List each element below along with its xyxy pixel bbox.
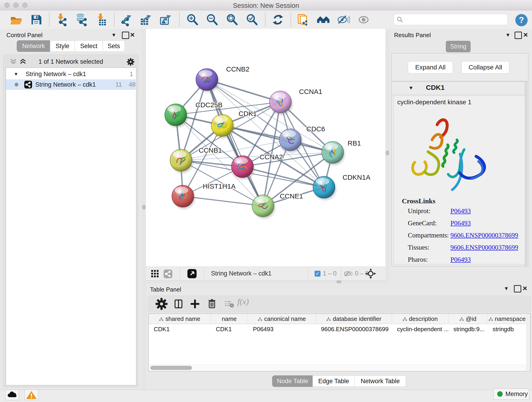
tab-sets[interactable]: Sets bbox=[103, 40, 125, 52]
table-vscrollbar[interactable] bbox=[526, 314, 530, 370]
table-cell[interactable]: P06493 bbox=[248, 324, 316, 334]
string-network-graph[interactable]: CCNB2 CCNA1 CDC25B CDK1 CDC6 bbox=[146, 29, 385, 267]
import-table-from-file-icon[interactable] bbox=[95, 13, 108, 26]
fit-content-icon[interactable] bbox=[225, 13, 239, 26]
node-CCNA1[interactable] bbox=[269, 91, 293, 115]
node-RB1[interactable] bbox=[322, 141, 345, 165]
table-cell[interactable]: stringdb bbox=[488, 324, 527, 334]
bottom-splitter-handle[interactable] bbox=[336, 280, 341, 283]
memory-status-dot-icon bbox=[497, 391, 503, 397]
crosslink-link[interactable]: 9606.ENSP00000378699 bbox=[450, 231, 518, 239]
control-panel-float-icon[interactable] bbox=[122, 32, 129, 39]
network-node-count: 11 bbox=[115, 79, 122, 90]
memory-button[interactable]: Memory bbox=[493, 389, 529, 400]
show-columns-icon[interactable] bbox=[172, 298, 185, 310]
help-button[interactable]: ? bbox=[515, 13, 528, 27]
cloud-button[interactable] bbox=[5, 390, 19, 400]
collapse-all-button[interactable]: Collapse All bbox=[462, 61, 509, 74]
birds-eye-grid-icon[interactable] bbox=[151, 270, 159, 278]
tab-style[interactable]: Style bbox=[50, 40, 75, 52]
column-header-database-identifier[interactable]: database identifier bbox=[316, 314, 392, 324]
gene-disclosure-icon[interactable]: ▼ bbox=[409, 85, 413, 91]
zoom-selected-icon[interactable] bbox=[245, 13, 259, 26]
crosslink-link[interactable]: P06493 bbox=[450, 219, 471, 227]
expand-all-button[interactable]: Expand All bbox=[408, 61, 453, 74]
add-column-icon[interactable] bbox=[189, 298, 201, 310]
import-network-from-database-icon[interactable] bbox=[75, 13, 88, 26]
column-header-canonical-name[interactable]: canonical name bbox=[248, 314, 316, 324]
crosslink-link[interactable]: 9606.ENSP00000378699 bbox=[450, 244, 518, 251]
table-hscroll-thumb[interactable] bbox=[150, 366, 192, 370]
table-cell[interactable]: cyclin-dependent ... bbox=[392, 324, 448, 334]
toolbar-separator bbox=[265, 13, 266, 26]
table-panel-collapse-icon[interactable]: ▼ bbox=[504, 286, 509, 292]
first-neighbors-icon[interactable] bbox=[317, 13, 330, 26]
results-panel-close-icon[interactable]: × bbox=[523, 32, 528, 38]
table-cell[interactable]: 9606.ENSP00000378699 bbox=[316, 324, 392, 334]
results-panel-float-icon[interactable] bbox=[515, 32, 522, 39]
left-splitter-handle[interactable] bbox=[142, 205, 146, 210]
column-header-shared-name[interactable]: shared name bbox=[149, 314, 211, 324]
tab-network[interactable]: Network bbox=[17, 40, 51, 52]
tab-node-table[interactable]: Node Table bbox=[272, 375, 313, 387]
left-splitter[interactable] bbox=[142, 29, 146, 390]
crosslink-link[interactable]: P06493 bbox=[450, 207, 471, 215]
right-splitter[interactable] bbox=[385, 29, 389, 283]
zoom-out-icon[interactable] bbox=[206, 13, 219, 26]
tab-select[interactable]: Select bbox=[75, 40, 103, 52]
settings-gear-icon[interactable] bbox=[155, 298, 168, 310]
table-hscrollbar[interactable] bbox=[149, 365, 526, 371]
node-label-RB1: RB1 bbox=[348, 139, 361, 147]
zoom-in-icon[interactable] bbox=[186, 13, 199, 26]
export-table-icon[interactable] bbox=[139, 13, 152, 26]
import-network-from-file-icon[interactable] bbox=[55, 13, 69, 26]
control-panel-close-icon[interactable]: × bbox=[130, 32, 135, 38]
duplicate-network-icon[interactable] bbox=[296, 13, 310, 26]
crosslink-link[interactable]: P06493 bbox=[450, 256, 471, 263]
node-CDKN1A[interactable] bbox=[313, 176, 336, 200]
crosslink-label: Uniprot: bbox=[408, 207, 430, 215]
open-session-icon[interactable] bbox=[9, 13, 23, 26]
delete-column-icon[interactable] bbox=[206, 298, 218, 310]
search-input[interactable] bbox=[405, 15, 502, 24]
results-panel: Results Panel ▼ × String Expand All Coll… bbox=[389, 29, 532, 283]
node-CCNA2[interactable] bbox=[231, 156, 254, 179]
network-options-gear-icon[interactable] bbox=[127, 58, 134, 66]
column-header-id[interactable]: @id bbox=[448, 314, 488, 324]
table-cell[interactable]: CDK1 bbox=[211, 324, 248, 334]
tab-string[interactable]: String bbox=[446, 41, 471, 52]
column-header-namespace[interactable]: namespace bbox=[488, 314, 527, 324]
tab-network-table[interactable]: Network Table bbox=[355, 375, 406, 387]
warning-button[interactable] bbox=[25, 390, 38, 400]
save-session-icon[interactable] bbox=[30, 13, 43, 26]
column-header-description[interactable]: description bbox=[392, 314, 448, 324]
refresh-view-icon[interactable] bbox=[271, 13, 285, 26]
selected-checkbox[interactable]: ✓ bbox=[315, 271, 321, 277]
network-canvas[interactable]: CCNB2 CCNA1 CDC25B CDK1 CDC6 bbox=[146, 29, 385, 267]
results-panel-collapse-icon[interactable]: ▼ bbox=[505, 32, 510, 38]
table-cell[interactable]: stringdb:9... bbox=[448, 324, 488, 334]
search-field[interactable] bbox=[394, 14, 508, 25]
node-HIST1H1A[interactable] bbox=[172, 185, 195, 209]
results-scrollbar[interactable] bbox=[525, 82, 527, 266]
control-panel-collapse-icon[interactable]: ▼ bbox=[111, 32, 116, 38]
network-collection-row[interactable]: ▼ String Network – cdk1 1 bbox=[6, 69, 136, 79]
network-row[interactable]: String Network – cdk1 11 48 bbox=[6, 79, 136, 90]
node-CDC25B[interactable] bbox=[165, 104, 188, 128]
column-header-name[interactable]: name bbox=[211, 314, 248, 324]
export-network-icon[interactable] bbox=[120, 13, 133, 26]
table-panel-close-icon[interactable]: × bbox=[523, 285, 527, 291]
protein-structure-image[interactable] bbox=[403, 110, 490, 196]
network-overview-icon[interactable] bbox=[163, 269, 172, 279]
detach-view-icon[interactable] bbox=[187, 269, 197, 279]
gene-section-header[interactable]: ▼ CDK1 bbox=[392, 82, 528, 95]
tab-edge-table[interactable]: Edge Table bbox=[312, 375, 355, 387]
table-cell[interactable]: CDK1 bbox=[149, 324, 211, 334]
hide-selected-icon[interactable] bbox=[337, 13, 350, 26]
table-panel-float-icon[interactable] bbox=[514, 285, 521, 293]
right-splitter-handle[interactable] bbox=[386, 151, 389, 155]
crosshair-icon[interactable] bbox=[365, 268, 376, 279]
node-CDK1[interactable] bbox=[211, 114, 234, 138]
export-image-icon[interactable] bbox=[159, 13, 172, 26]
collection-disclosure-icon[interactable]: ▼ bbox=[14, 69, 18, 79]
